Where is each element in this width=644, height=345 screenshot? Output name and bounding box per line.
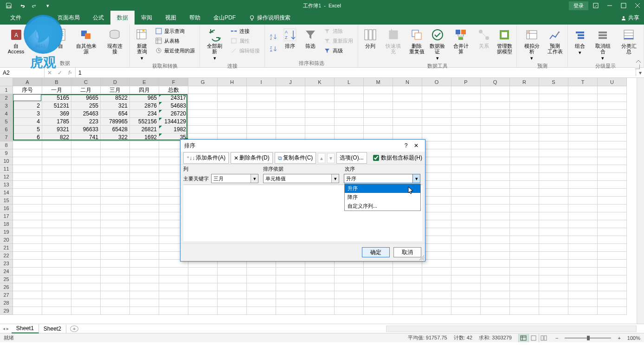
- cell[interactable]: [188, 86, 218, 94]
- cell[interactable]: [422, 252, 451, 260]
- cell[interactable]: [451, 220, 481, 228]
- cell[interactable]: [481, 283, 510, 291]
- cell[interactable]: [539, 189, 568, 197]
- show-queries-button[interactable]: 显示查询: [153, 26, 197, 36]
- cell[interactable]: [451, 236, 481, 244]
- row-header[interactable]: 15: [0, 197, 13, 204]
- cell[interactable]: [568, 252, 598, 260]
- cell[interactable]: [481, 165, 510, 173]
- cell[interactable]: [130, 268, 159, 275]
- maximize-button[interactable]: [617, 0, 630, 11]
- cell[interactable]: [598, 299, 627, 307]
- cell[interactable]: [510, 118, 539, 126]
- undo-button[interactable]: [16, 0, 28, 11]
- cell[interactable]: [13, 228, 42, 236]
- row-header[interactable]: 8: [0, 141, 13, 149]
- cell[interactable]: [218, 110, 247, 118]
- cell[interactable]: [539, 212, 568, 220]
- cell[interactable]: [13, 236, 42, 244]
- cell[interactable]: [568, 307, 598, 315]
- cell[interactable]: [71, 181, 101, 189]
- cell[interactable]: [130, 260, 159, 268]
- cell[interactable]: [276, 118, 305, 126]
- col-header[interactable]: D: [101, 78, 130, 86]
- cell[interactable]: 9665: [71, 94, 101, 102]
- col-header[interactable]: E: [130, 78, 159, 86]
- remove-dup-button[interactable]: 删除 重复值: [407, 26, 426, 62]
- cell[interactable]: [510, 141, 539, 149]
- sheet-tab-2[interactable]: Sheet2: [39, 325, 66, 333]
- cell[interactable]: [101, 212, 130, 220]
- cell[interactable]: [598, 197, 627, 204]
- cell[interactable]: [218, 126, 247, 134]
- col-header[interactable]: M: [364, 78, 393, 86]
- row-header[interactable]: 18: [0, 220, 13, 228]
- cell[interactable]: [247, 299, 276, 307]
- cell[interactable]: [130, 149, 159, 157]
- cell[interactable]: [510, 291, 539, 299]
- cell[interactable]: [335, 275, 364, 283]
- cell[interactable]: [568, 204, 598, 212]
- cell[interactable]: [510, 228, 539, 236]
- cell[interactable]: [510, 189, 539, 197]
- col-header[interactable]: I: [247, 78, 276, 86]
- row-header[interactable]: 7: [0, 134, 13, 141]
- cell[interactable]: [481, 141, 510, 149]
- cell[interactable]: [130, 189, 159, 197]
- col-header[interactable]: N: [393, 78, 422, 86]
- row-header[interactable]: 25: [0, 275, 13, 283]
- cell[interactable]: [13, 244, 42, 252]
- row-header[interactable]: 26: [0, 283, 13, 291]
- cell[interactable]: [539, 110, 568, 118]
- cell[interactable]: [393, 291, 422, 299]
- cell[interactable]: [481, 252, 510, 260]
- cell[interactable]: [481, 268, 510, 275]
- cell[interactable]: [598, 110, 627, 118]
- cell[interactable]: [130, 299, 159, 307]
- cell[interactable]: [159, 299, 188, 307]
- cell[interactable]: [510, 149, 539, 157]
- cell[interactable]: [13, 307, 42, 315]
- cell[interactable]: [130, 244, 159, 252]
- cell[interactable]: [598, 118, 627, 126]
- cell[interactable]: [305, 299, 335, 307]
- cell[interactable]: [276, 268, 305, 275]
- cell[interactable]: [598, 307, 627, 315]
- cell[interactable]: [481, 149, 510, 157]
- cell[interactable]: [276, 291, 305, 299]
- cell[interactable]: [364, 299, 393, 307]
- cell[interactable]: [42, 299, 71, 307]
- cell[interactable]: [130, 228, 159, 236]
- cell[interactable]: [481, 299, 510, 307]
- cell[interactable]: [393, 126, 422, 134]
- cell[interactable]: [247, 307, 276, 315]
- cell[interactable]: 322: [101, 134, 130, 141]
- row-header[interactable]: 4: [0, 110, 13, 118]
- data-model-button[interactable]: 管理数 据模型: [495, 26, 514, 62]
- cell[interactable]: [101, 283, 130, 291]
- cell[interactable]: [276, 110, 305, 118]
- cell[interactable]: [71, 141, 101, 149]
- row-header[interactable]: 23: [0, 260, 13, 268]
- cell[interactable]: [451, 110, 481, 118]
- cell[interactable]: [568, 197, 598, 204]
- cell[interactable]: [42, 228, 71, 236]
- zoom-slider[interactable]: [565, 338, 611, 339]
- row-header[interactable]: 17: [0, 212, 13, 220]
- cell[interactable]: [130, 173, 159, 181]
- cell[interactable]: [42, 165, 71, 173]
- cell[interactable]: [481, 134, 510, 141]
- cell[interactable]: [305, 86, 335, 94]
- col-header[interactable]: P: [451, 78, 481, 86]
- cell[interactable]: [13, 275, 42, 283]
- cell[interactable]: [393, 275, 422, 283]
- cell[interactable]: [188, 299, 218, 307]
- cell[interactable]: [305, 268, 335, 275]
- cell[interactable]: [276, 126, 305, 134]
- cell[interactable]: [247, 268, 276, 275]
- cell[interactable]: [71, 275, 101, 283]
- cell[interactable]: [159, 307, 188, 315]
- col-header[interactable]: R: [510, 78, 539, 86]
- cell[interactable]: [598, 141, 627, 149]
- cell[interactable]: 255: [71, 102, 101, 110]
